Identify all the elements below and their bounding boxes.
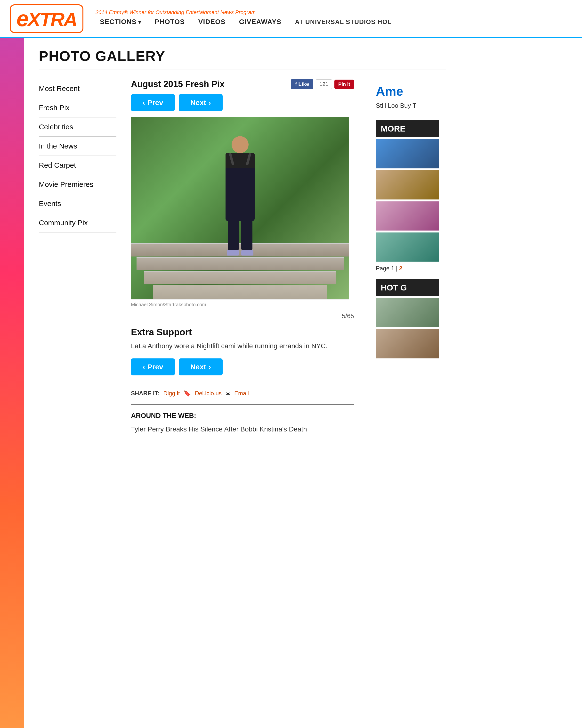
hot-thumb-2[interactable] — [376, 329, 439, 358]
page-title: PHOTO GALLERY — [39, 48, 446, 70]
nav-most-recent[interactable]: Most Recent — [39, 79, 116, 98]
share-label: SHARE IT: — [131, 390, 159, 397]
next-button-bottom[interactable]: Next › — [179, 358, 223, 375]
sidebar-pagination: Page 1 | 2 — [376, 265, 439, 272]
hot-thumb-1[interactable] — [376, 298, 439, 327]
fb-like-button[interactable]: f Like — [291, 79, 313, 89]
email-icon: ✉ — [225, 390, 230, 397]
nav-fresh-pix[interactable]: Fresh Pix — [39, 98, 116, 118]
social-actions: f Like 121 Pin it — [291, 79, 354, 89]
digg-icon: 🔖 — [184, 390, 191, 397]
fb-icon: f — [295, 81, 297, 87]
pin-button[interactable]: Pin it — [334, 80, 354, 89]
prev-chevron-icon: ‹ — [143, 99, 145, 107]
nav-photos[interactable]: PHOTOS — [148, 16, 192, 28]
top-bar: eXTRA 2014 Emmy® Winner for Outstanding … — [0, 0, 582, 38]
sidebar-ad-title: Ame — [376, 84, 439, 99]
nav-universal[interactable]: AT UNIVERSAL STUDIOS HOL — [288, 16, 398, 28]
around-web-section: AROUND THE WEB: Tyler Perry Breaks His S… — [131, 412, 354, 434]
logo: eXTRA — [17, 8, 77, 30]
sidebar-thumb-2[interactable] — [376, 171, 439, 200]
gallery-nav: Most Recent Fresh Pix Celebrities In the… — [39, 79, 116, 437]
nav-buttons-bottom: ‹ Prev Next › — [131, 358, 354, 375]
sidebar-thumb-1[interactable] — [376, 139, 439, 168]
page-separator: | — [396, 265, 399, 271]
gallery-main: August 2015 Fresh Pix f Like 121 Pin it — [131, 79, 354, 437]
nav-in-the-news[interactable]: In the News — [39, 137, 116, 156]
page-2-label[interactable]: 2 — [399, 265, 402, 271]
share-section: SHARE IT: Digg it 🔖 Del.icio.us ✉ Email — [131, 385, 354, 397]
logo-wrap[interactable]: eXTRA — [10, 4, 83, 33]
sidebar-ad-text: Still Loo Buy T — [376, 101, 439, 110]
nav-sections[interactable]: SECTIONS — [93, 16, 148, 28]
gallery-image-wrap — [131, 117, 349, 300]
nav-videos[interactable]: VIDEOS — [192, 16, 232, 28]
left-gradient-bar — [0, 38, 24, 728]
next-button-top[interactable]: Next › — [179, 94, 223, 111]
next-chevron-icon: › — [209, 99, 211, 107]
nav-events[interactable]: Events — [39, 194, 116, 213]
prev-chevron-icon-bottom: ‹ — [143, 363, 145, 371]
digg-link[interactable]: Digg it — [163, 390, 180, 397]
divider — [131, 404, 354, 405]
email-link[interactable]: Email — [234, 390, 249, 397]
page-layout: PHOTO GALLERY Most Recent Fresh Pix Cele… — [0, 38, 582, 728]
nav-movie-premieres[interactable]: Movie Premieres — [39, 175, 116, 194]
main-content: PHOTO GALLERY Most Recent Fresh Pix Cele… — [24, 38, 461, 728]
next-chevron-icon-bottom: › — [209, 363, 211, 371]
prev-button-bottom[interactable]: ‹ Prev — [131, 358, 175, 375]
nav-red-carpet[interactable]: Red Carpet — [39, 156, 116, 175]
gallery-image — [131, 117, 349, 299]
prev-button-top[interactable]: ‹ Prev — [131, 94, 175, 111]
page-1-label[interactable]: Page 1 — [376, 265, 394, 271]
tagline: 2014 Emmy® Winner for Outstanding Entert… — [95, 9, 398, 16]
gallery-title: August 2015 Fresh Pix — [131, 79, 225, 89]
caption-title: Extra Support — [131, 327, 354, 338]
around-web-title: AROUND THE WEB: — [131, 412, 354, 420]
more-section-title: MORE — [376, 120, 439, 137]
photo-credit: Michael Simon/Startraksphoto.com — [131, 300, 354, 310]
around-web-item-0[interactable]: Tyler Perry Breaks His Silence After Bob… — [131, 424, 354, 434]
sidebar-thumb-3[interactable] — [376, 201, 439, 231]
gallery-header: August 2015 Fresh Pix f Like 121 Pin it — [131, 79, 354, 89]
gallery-layout: Most Recent Fresh Pix Celebrities In the… — [39, 79, 446, 437]
nav-area: SECTIONS PHOTOS VIDEOS GIVEAWAYS AT UNIV… — [93, 16, 398, 28]
photo-counter: 5/65 — [131, 310, 354, 322]
person-figure — [225, 136, 255, 256]
nav-giveaways[interactable]: GIVEAWAYS — [232, 16, 288, 28]
hot-section-title: HOT G — [376, 279, 439, 296]
nav-celebrities[interactable]: Celebrities — [39, 118, 116, 137]
fb-count: 121 — [316, 79, 332, 89]
sidebar-thumb-4[interactable] — [376, 232, 439, 262]
right-sidebar: Ame Still Loo Buy T MORE Page 1 | 2 HOT … — [368, 79, 446, 437]
nav-buttons-top: ‹ Prev Next › — [131, 94, 354, 111]
delicious-link[interactable]: Del.icio.us — [195, 390, 222, 397]
caption-text: LaLa Anthony wore a Nightlift cami while… — [131, 341, 354, 351]
nav-community-pix[interactable]: Community Pix — [39, 213, 116, 232]
